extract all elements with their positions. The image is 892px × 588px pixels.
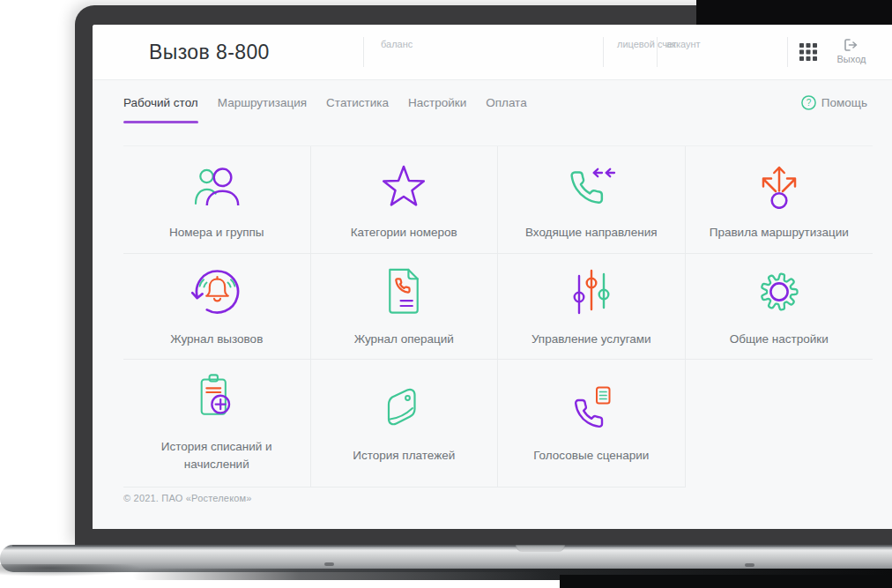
tile-service-management[interactable]: Управление услугами <box>498 254 686 360</box>
tile-label: Журнал операций <box>354 331 454 348</box>
tile-voice-scenarios[interactable]: Голосовые сценарии <box>498 360 686 488</box>
tile-operations-log[interactable]: Журнал операций <box>311 254 499 360</box>
tab-settings[interactable]: Настройки <box>408 88 466 123</box>
tile-label: Журнал вызовов <box>170 331 263 348</box>
balance-field[interactable]: баланс <box>381 39 413 49</box>
laptop-foot <box>324 562 334 566</box>
copyright: © 2021. ПАО «Ростелеком» <box>123 493 252 503</box>
laptop-screen-area: Вызов 8-800 баланс лицевой счет аккаунт <box>75 5 892 547</box>
logout-button[interactable]: Выход <box>831 38 872 64</box>
logout-label: Выход <box>837 54 866 64</box>
tile-general-settings[interactable]: Общие настройки <box>686 254 873 360</box>
sliders-icon <box>570 268 613 316</box>
tile-label: Управление услугами <box>531 331 651 348</box>
tile-numbers-groups[interactable]: Номера и группы <box>123 146 311 254</box>
brand[interactable]: Вызов 8-800 <box>121 35 270 69</box>
tile-incoming-directions[interactable]: Входящие направления <box>498 146 686 254</box>
tile-label: Номера и группы <box>169 224 264 242</box>
wallet-icon <box>382 386 426 430</box>
users-icon <box>194 165 240 205</box>
tile-label: Голосовые сценарии <box>533 447 649 465</box>
logout-icon <box>844 38 859 52</box>
account-field[interactable]: аккаунт <box>666 39 701 49</box>
tile-label: История списаний и начислений <box>144 438 289 473</box>
tab-payment[interactable]: Оплата <box>486 88 526 123</box>
tab-routing[interactable]: Маршрутизация <box>218 88 307 123</box>
tab-statistics[interactable]: Статистика <box>326 88 389 123</box>
tile-label: Входящие направления <box>525 224 658 242</box>
tile-label: Правила маршрутизации <box>710 224 849 242</box>
tile-call-log[interactable]: Журнал вызовов <box>123 254 311 360</box>
laptop-foot <box>745 563 754 567</box>
call-log-icon <box>190 266 244 317</box>
header-divider <box>787 37 788 67</box>
apps-grid-icon <box>799 42 818 62</box>
help-button[interactable]: ? Помощь <box>801 95 867 110</box>
routing-arrows-icon <box>754 161 804 209</box>
laptop-base-shadow <box>0 564 141 577</box>
clipboard-plus-icon <box>194 374 240 425</box>
laptop-base-notch <box>516 545 565 552</box>
apps-grid-button[interactable] <box>799 42 818 62</box>
tile-label: Категории номеров <box>351 224 457 242</box>
app-title: Вызов 8-800 <box>149 41 270 64</box>
star-icon <box>379 160 428 210</box>
header-divider <box>657 37 658 67</box>
tile-label: Общие настройки <box>730 331 829 348</box>
dashboard-grid: Номера и группы Категории номеров <box>123 145 873 488</box>
tile-number-categories[interactable]: Категории номеров <box>311 146 499 254</box>
empty-grid-cell <box>686 360 873 488</box>
operations-log-icon <box>383 266 424 316</box>
help-label: Помощь <box>821 96 867 109</box>
incoming-call-icon <box>566 163 617 207</box>
brand-logo-icon <box>121 35 139 69</box>
tile-charges-history[interactable]: История списаний и начислений <box>123 360 311 488</box>
laptop-screen: Вызов 8-800 баланс лицевой счет аккаунт <box>93 25 892 529</box>
tile-payments-history[interactable]: История платежей <box>311 360 499 488</box>
tile-routing-rules[interactable]: Правила маршрутизации <box>686 146 873 254</box>
header-divider <box>603 37 604 67</box>
tile-label: История платежей <box>353 447 455 465</box>
voice-script-icon <box>567 384 616 432</box>
page-background: Вызов 8-800 баланс лицевой счет аккаунт <box>0 0 892 588</box>
laptop-base-shadow <box>560 575 892 588</box>
svg-text:?: ? <box>807 98 812 108</box>
tab-desktop[interactable]: Рабочий стол <box>123 88 198 123</box>
main-navigation: Рабочий стол Маршрутизация Статистика На… <box>123 88 527 123</box>
help-question-icon: ? <box>801 95 816 110</box>
gear-icon <box>754 266 804 317</box>
app-header: Вызов 8-800 баланс лицевой счет аккаунт <box>93 25 892 80</box>
header-divider <box>363 37 364 67</box>
